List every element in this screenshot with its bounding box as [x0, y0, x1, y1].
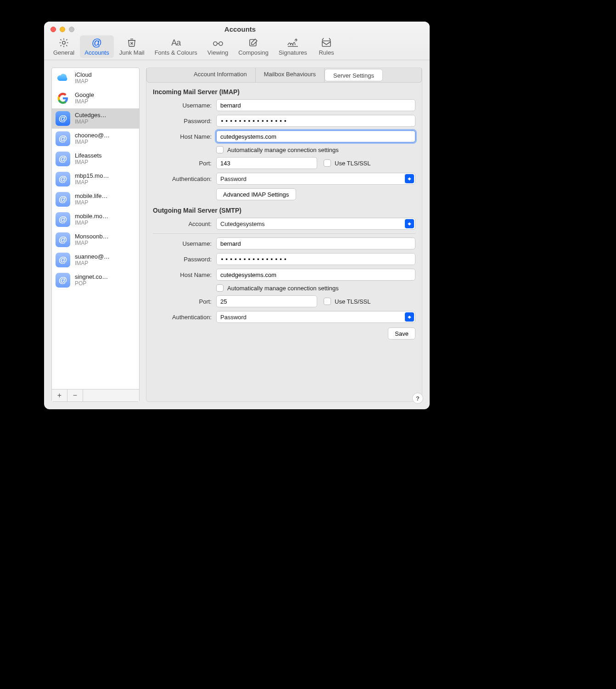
- outgoing-tls-label: Use TLS/SSL: [335, 298, 371, 305]
- toolbar-fonts[interactable]: Aa Fonts & Colours: [150, 35, 202, 58]
- envelope-arrows-icon: [320, 37, 332, 48]
- trash-x-icon: [126, 37, 137, 48]
- incoming-auth-label: Authentication:: [172, 175, 212, 182]
- glasses-icon: [212, 37, 224, 48]
- outgoing-tls-checkbox[interactable]: [324, 298, 331, 305]
- outgoing-auth-select[interactable]: Password: [216, 311, 415, 323]
- zoom-window-button[interactable]: [69, 27, 74, 32]
- save-button[interactable]: Save: [388, 328, 415, 339]
- add-account-button[interactable]: +: [52, 390, 67, 401]
- account-row[interactable]: @Monsoonb…IMAP: [52, 230, 139, 250]
- settings-tabs: Account Information Mailbox Behaviours S…: [146, 68, 422, 83]
- account-name: Lifeassets: [75, 152, 102, 159]
- at-icon: @: [56, 172, 70, 186]
- incoming-username-field[interactable]: [216, 99, 415, 111]
- account-protocol: IMAP: [75, 200, 108, 206]
- account-row[interactable]: @Cutedges…IMAP: [52, 108, 139, 129]
- at-icon: @: [56, 232, 70, 247]
- account-protocol: IMAP: [75, 79, 92, 85]
- outgoing-port-field[interactable]: [216, 295, 317, 307]
- incoming-hostname-label: Host Name:: [180, 133, 212, 140]
- account-name: chooneo@…: [75, 132, 110, 139]
- incoming-password-field[interactable]: [216, 115, 415, 127]
- tab-account-info[interactable]: Account Information: [185, 68, 256, 82]
- account-name: suanneo@…: [75, 254, 110, 260]
- incoming-port-field[interactable]: [216, 157, 317, 169]
- incoming-auto-label: Automatically manage connection settings: [227, 147, 339, 153]
- advanced-imap-button[interactable]: Advanced IMAP Settings: [216, 188, 296, 200]
- account-name: Google: [75, 92, 94, 99]
- outgoing-account-select[interactable]: Cutedgesystems: [216, 218, 415, 230]
- outgoing-account-label: Account:: [188, 220, 212, 227]
- google-icon: [56, 91, 70, 106]
- svg-point-0: [62, 41, 65, 44]
- signature-icon: [286, 37, 299, 48]
- account-name: iCloud: [75, 72, 92, 79]
- account-protocol: IMAP: [75, 260, 110, 267]
- window-title: Accounts: [74, 25, 430, 33]
- at-icon: @: [56, 152, 70, 166]
- incoming-auth-select[interactable]: Password: [216, 173, 415, 185]
- help-button[interactable]: ?: [412, 393, 423, 404]
- toolbar-general[interactable]: General: [49, 35, 79, 58]
- svg-point-1: [213, 42, 217, 45]
- sidebar-footer-spacer: [83, 390, 139, 401]
- outgoing-port-label: Port:: [199, 298, 212, 305]
- toolbar-signatures[interactable]: Signatures: [274, 35, 312, 58]
- incoming-hostname-field[interactable]: [216, 130, 415, 142]
- toolbar-rules[interactable]: Rules: [313, 35, 340, 58]
- gear-icon: [58, 37, 69, 48]
- account-row[interactable]: @mobile.life…IMAP: [52, 189, 139, 209]
- at-icon: @: [56, 253, 70, 267]
- outgoing-password-field[interactable]: [216, 253, 415, 265]
- account-row[interactable]: @suanneo@…IMAP: [52, 250, 139, 270]
- incoming-password-label: Password:: [184, 118, 212, 124]
- titlebar: Accounts General @ Accounts Junk Mail Aa: [44, 22, 430, 60]
- outgoing-section-header: Outgoing Mail Server (SMTP): [153, 207, 415, 214]
- close-window-button[interactable]: [50, 27, 56, 32]
- account-protocol: POP: [75, 281, 108, 287]
- window-controls: [44, 27, 74, 32]
- toolbar-accounts[interactable]: @ Accounts: [80, 35, 113, 58]
- incoming-port-label: Port:: [199, 160, 212, 167]
- outgoing-auto-label: Automatically manage connection settings: [227, 285, 339, 292]
- tab-server-settings[interactable]: Server Settings: [325, 69, 383, 81]
- outgoing-hostname-field[interactable]: [216, 269, 415, 281]
- outgoing-username-field[interactable]: [216, 237, 415, 249]
- preferences-toolbar: General @ Accounts Junk Mail Aa Fonts & …: [44, 34, 430, 60]
- settings-panel: Account Information Mailbox Behaviours S…: [146, 68, 422, 402]
- account-protocol: IMAP: [75, 139, 110, 146]
- toolbar-junk[interactable]: Junk Mail: [115, 35, 149, 58]
- at-icon: @: [56, 273, 70, 288]
- outgoing-hostname-label: Host Name:: [180, 271, 212, 278]
- incoming-tls-checkbox[interactable]: [324, 159, 331, 167]
- account-protocol: IMAP: [75, 99, 94, 105]
- account-name: Cutedges…: [75, 112, 106, 119]
- account-row[interactable]: @mbp15.mo…IMAP: [52, 169, 139, 189]
- minimize-window-button[interactable]: [60, 27, 65, 32]
- account-row[interactable]: @singnet.co…POP: [52, 270, 139, 290]
- account-name: mbp15.mo…: [75, 173, 109, 180]
- incoming-tls-label: Use TLS/SSL: [335, 160, 371, 167]
- outgoing-username-label: Username:: [182, 240, 212, 247]
- incoming-username-label: Username:: [182, 102, 212, 109]
- account-row[interactable]: iCloudIMAP: [52, 68, 139, 88]
- svg-point-2: [219, 42, 223, 45]
- account-row[interactable]: @chooneo@…IMAP: [52, 129, 139, 149]
- accounts-list[interactable]: iCloudIMAPGoogleIMAP@Cutedges…IMAP@choon…: [52, 68, 139, 389]
- account-row[interactable]: @LifeassetsIMAP: [52, 149, 139, 169]
- account-row[interactable]: @mobile.mo…IMAP: [52, 209, 139, 230]
- account-protocol: IMAP: [75, 180, 109, 186]
- toolbar-viewing[interactable]: Viewing: [203, 35, 233, 58]
- account-protocol: IMAP: [75, 240, 109, 247]
- account-name: mobile.mo…: [75, 213, 108, 220]
- remove-account-button[interactable]: −: [67, 390, 83, 401]
- at-icon: @: [92, 37, 102, 48]
- tab-mailbox-behaviours[interactable]: Mailbox Behaviours: [256, 68, 325, 82]
- incoming-auto-checkbox[interactable]: [216, 146, 224, 153]
- outgoing-auto-checkbox[interactable]: [216, 284, 224, 292]
- account-row[interactable]: GoogleIMAP: [52, 88, 139, 108]
- toolbar-composing[interactable]: Composing: [234, 35, 273, 58]
- at-icon: @: [56, 212, 70, 227]
- svg-rect-4: [322, 41, 330, 46]
